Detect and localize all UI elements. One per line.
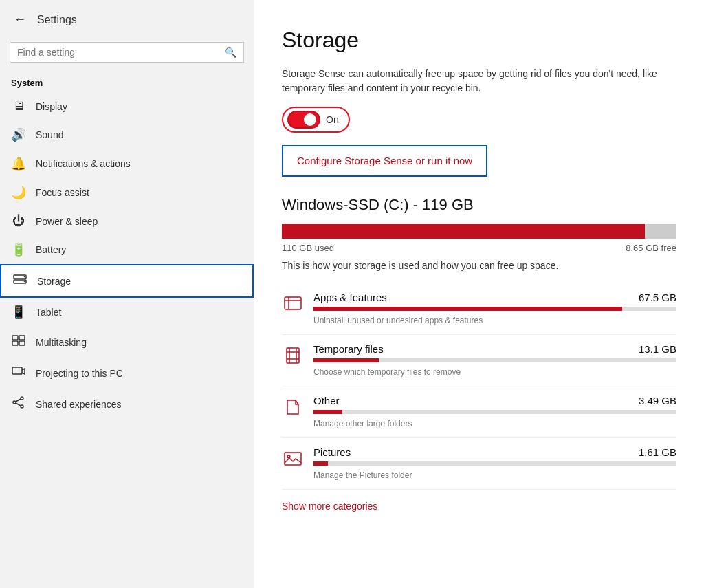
other-bar-container bbox=[314, 410, 676, 414]
battery-icon: 🔋 bbox=[11, 242, 26, 257]
toggle-on-label: On bbox=[326, 114, 339, 125]
sidebar-item-focus[interactable]: 🌙 Focus assist bbox=[0, 178, 254, 207]
other-name: Other bbox=[314, 395, 340, 406]
temp-icon bbox=[282, 345, 304, 367]
category-temp[interactable]: Temporary files 13.1 GB Choose which tem… bbox=[282, 335, 676, 386]
apps-desc: Uninstall unused or undesired apps & fea… bbox=[314, 316, 483, 325]
category-apps[interactable]: Apps & features 67.5 GB Uninstall unused… bbox=[282, 283, 676, 335]
apps-icon bbox=[282, 293, 304, 315]
svg-line-12 bbox=[16, 399, 21, 402]
sidebar-item-battery[interactable]: 🔋 Battery bbox=[0, 235, 254, 264]
shared-icon bbox=[11, 395, 26, 413]
storage-sense-toggle-row: On bbox=[282, 107, 676, 133]
sidebar-item-storage[interactable]: Storage bbox=[0, 264, 254, 298]
sidebar-item-label: Power & sleep bbox=[36, 216, 98, 227]
sidebar-item-label: Notifications & actions bbox=[36, 158, 131, 169]
sidebar-item-label: Projecting to this PC bbox=[36, 368, 123, 379]
sidebar-item-label: Multitasking bbox=[36, 337, 87, 348]
main-content: Storage Storage Sense can automatically … bbox=[254, 0, 704, 588]
temp-name: Temporary files bbox=[314, 343, 384, 355]
sidebar-item-notifications[interactable]: 🔔 Notifications & actions bbox=[0, 149, 254, 178]
svg-line-13 bbox=[16, 403, 21, 406]
focus-icon: 🌙 bbox=[11, 185, 26, 200]
search-icon: 🔍 bbox=[225, 47, 236, 58]
apps-size: 67.5 GB bbox=[639, 292, 676, 303]
temp-bar bbox=[314, 358, 379, 362]
back-button[interactable]: ← bbox=[11, 10, 29, 30]
pictures-bar-container bbox=[314, 461, 676, 466]
other-icon bbox=[282, 396, 304, 418]
apps-content: Apps & features 67.5 GB Uninstall unused… bbox=[314, 292, 676, 326]
sidebar-item-projecting[interactable]: Projecting to this PC bbox=[0, 358, 254, 389]
svg-point-2 bbox=[24, 276, 25, 278]
sidebar-item-multitasking[interactable]: Multitasking bbox=[0, 327, 254, 358]
sidebar-item-label: Display bbox=[36, 101, 67, 112]
svg-rect-14 bbox=[285, 297, 301, 309]
storage-labels: 110 GB used 8.65 GB free bbox=[282, 243, 676, 253]
show-more-link[interactable]: Show more categories bbox=[282, 501, 377, 512]
sidebar-item-label: Battery bbox=[36, 244, 66, 255]
sidebar-item-power[interactable]: ⏻ Power & sleep bbox=[0, 207, 254, 235]
configure-storage-sense-box[interactable]: Configure Storage Sense or run it now bbox=[282, 145, 487, 177]
sound-icon: 🔊 bbox=[11, 127, 26, 142]
other-bar bbox=[314, 410, 342, 414]
svg-rect-22 bbox=[285, 453, 301, 465]
notifications-icon: 🔔 bbox=[11, 156, 26, 171]
temp-desc: Choose which temporary files to remove bbox=[314, 367, 461, 377]
other-desc: Manage other large folders bbox=[314, 419, 412, 428]
sidebar-item-label: Storage bbox=[37, 276, 71, 287]
pictures-size: 1.61 GB bbox=[639, 446, 676, 458]
storage-bar-container bbox=[282, 224, 676, 239]
drive-title: Windows-SSD (C:) - 119 GB bbox=[282, 196, 676, 214]
temp-content: Temporary files 13.1 GB Choose which tem… bbox=[314, 343, 676, 378]
svg-point-10 bbox=[13, 401, 16, 404]
svg-point-3 bbox=[24, 281, 25, 283]
sidebar-item-sound[interactable]: 🔊 Sound bbox=[0, 120, 254, 149]
svg-rect-4 bbox=[12, 336, 18, 340]
configure-storage-sense-link[interactable]: Configure Storage Sense or run it now bbox=[297, 155, 472, 166]
storage-sense-description: Storage Sense can automatically free up … bbox=[282, 67, 667, 96]
page-title: Storage bbox=[282, 28, 676, 53]
svg-point-11 bbox=[21, 405, 23, 408]
search-input[interactable] bbox=[17, 47, 225, 58]
category-pictures[interactable]: Pictures 1.61 GB Manage the Pictures fol… bbox=[282, 438, 676, 490]
multitasking-icon bbox=[11, 334, 26, 351]
svg-rect-8 bbox=[12, 367, 22, 374]
search-box[interactable]: 🔍 bbox=[10, 42, 244, 63]
sidebar-item-shared[interactable]: Shared experiences bbox=[0, 389, 254, 420]
svg-rect-17 bbox=[287, 348, 299, 363]
sidebar: ← Settings 🔍 System 🖥 Display 🔊 Sound 🔔 … bbox=[0, 0, 254, 588]
pictures-icon bbox=[282, 448, 304, 470]
svg-rect-5 bbox=[19, 336, 25, 340]
toggle-circle-annotation: On bbox=[282, 107, 350, 133]
apps-bar bbox=[314, 307, 622, 311]
free-label: 8.65 GB free bbox=[626, 243, 676, 253]
category-other[interactable]: Other 3.49 GB Manage other large folders bbox=[282, 386, 676, 438]
sidebar-item-label: Shared experiences bbox=[36, 399, 122, 410]
power-icon: ⏻ bbox=[11, 214, 26, 228]
other-content: Other 3.49 GB Manage other large folders bbox=[314, 395, 676, 429]
system-label: System bbox=[0, 72, 254, 92]
app-title: Settings bbox=[37, 14, 77, 26]
pictures-bar bbox=[314, 461, 328, 466]
temp-bar-container bbox=[314, 358, 676, 362]
storage-sense-toggle[interactable] bbox=[287, 111, 320, 129]
sidebar-item-label: Focus assist bbox=[36, 187, 89, 198]
svg-rect-6 bbox=[12, 341, 18, 345]
sidebar-item-label: Sound bbox=[36, 129, 63, 140]
other-size: 3.49 GB bbox=[639, 395, 676, 406]
pictures-content: Pictures 1.61 GB Manage the Pictures fol… bbox=[314, 446, 676, 481]
sidebar-item-display[interactable]: 🖥 Display bbox=[0, 92, 254, 120]
pictures-name: Pictures bbox=[314, 446, 351, 458]
used-label: 110 GB used bbox=[282, 243, 334, 253]
storage-bar-used bbox=[282, 224, 645, 239]
sidebar-item-tablet[interactable]: 📱 Tablet bbox=[0, 298, 254, 327]
sidebar-item-label: Tablet bbox=[36, 307, 61, 318]
tablet-icon: 📱 bbox=[11, 305, 26, 320]
temp-size: 13.1 GB bbox=[639, 343, 676, 355]
apps-bar-container bbox=[314, 307, 676, 311]
svg-rect-7 bbox=[19, 341, 25, 345]
storage-icon bbox=[12, 272, 28, 290]
svg-point-9 bbox=[21, 397, 23, 400]
sidebar-header: ← Settings bbox=[0, 0, 254, 36]
